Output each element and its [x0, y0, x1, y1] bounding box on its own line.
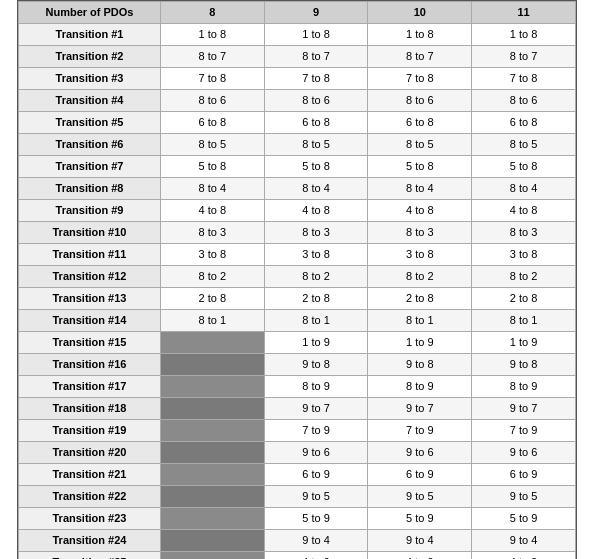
transition-label: Transition #16 [19, 354, 161, 376]
data-cell: 8 to 3 [472, 222, 576, 244]
data-cell: 9 to 7 [264, 398, 368, 420]
transition-label: Transition #14 [19, 310, 161, 332]
data-cell: 8 to 5 [472, 134, 576, 156]
transition-label: Transition #13 [19, 288, 161, 310]
data-cell: 7 to 8 [472, 68, 576, 90]
data-cell: 9 to 4 [472, 530, 576, 552]
data-cell: 1 to 8 [264, 24, 368, 46]
data-cell: 8 to 5 [264, 134, 368, 156]
data-cell: 6 to 9 [264, 464, 368, 486]
data-cell: 8 to 9 [264, 376, 368, 398]
transition-label: Transition #1 [19, 24, 161, 46]
data-cell: 8 to 7 [472, 46, 576, 68]
transition-label: Transition #11 [19, 244, 161, 266]
data-cell: 8 to 1 [160, 310, 264, 332]
transition-label: Transition #8 [19, 178, 161, 200]
data-cell: 2 to 8 [264, 288, 368, 310]
data-cell [160, 354, 264, 376]
data-cell: 8 to 4 [160, 178, 264, 200]
col-header-label: Number of PDOs [19, 2, 161, 24]
transition-label: Transition #6 [19, 134, 161, 156]
data-cell: 3 to 8 [160, 244, 264, 266]
data-cell: 8 to 7 [160, 46, 264, 68]
data-cell: 6 to 9 [472, 464, 576, 486]
data-cell [160, 486, 264, 508]
data-cell: 4 to 9 [472, 552, 576, 560]
data-cell: 9 to 7 [368, 398, 472, 420]
data-cell: 3 to 8 [472, 244, 576, 266]
data-cell: 1 to 9 [472, 332, 576, 354]
data-cell [160, 530, 264, 552]
data-cell: 8 to 5 [160, 134, 264, 156]
data-cell: 6 to 8 [472, 112, 576, 134]
data-cell: 1 to 9 [264, 332, 368, 354]
data-cell: 7 to 9 [368, 420, 472, 442]
data-cell: 5 to 9 [264, 508, 368, 530]
data-cell: 6 to 8 [368, 112, 472, 134]
data-cell: 8 to 4 [472, 178, 576, 200]
data-cell: 9 to 6 [472, 442, 576, 464]
col-header-10: 10 [368, 2, 472, 24]
transition-label: Transition #3 [19, 68, 161, 90]
data-cell [160, 508, 264, 530]
data-cell [160, 552, 264, 560]
data-cell: 8 to 3 [160, 222, 264, 244]
data-cell: 9 to 6 [264, 442, 368, 464]
data-cell: 7 to 8 [160, 68, 264, 90]
data-cell [160, 442, 264, 464]
data-cell: 9 to 5 [368, 486, 472, 508]
data-cell: 6 to 8 [264, 112, 368, 134]
data-cell: 9 to 5 [264, 486, 368, 508]
data-cell: 1 to 9 [368, 332, 472, 354]
transition-label: Transition #21 [19, 464, 161, 486]
transition-label: Transition #17 [19, 376, 161, 398]
data-cell: 1 to 8 [472, 24, 576, 46]
data-cell: 8 to 3 [264, 222, 368, 244]
data-cell [160, 464, 264, 486]
data-cell: 8 to 2 [160, 266, 264, 288]
data-cell: 4 to 9 [368, 552, 472, 560]
transition-label: Transition #22 [19, 486, 161, 508]
data-cell: 8 to 9 [472, 376, 576, 398]
data-cell: 5 to 8 [368, 156, 472, 178]
transition-label: Transition #10 [19, 222, 161, 244]
data-cell: 8 to 1 [368, 310, 472, 332]
data-cell: 8 to 6 [368, 90, 472, 112]
data-cell: 5 to 8 [472, 156, 576, 178]
data-cell: 8 to 4 [368, 178, 472, 200]
data-cell: 9 to 8 [472, 354, 576, 376]
data-cell: 8 to 6 [472, 90, 576, 112]
data-cell: 9 to 8 [368, 354, 472, 376]
transition-label: Transition #15 [19, 332, 161, 354]
data-cell [160, 376, 264, 398]
data-cell: 8 to 2 [472, 266, 576, 288]
data-cell: 7 to 9 [472, 420, 576, 442]
col-header-11: 11 [472, 2, 576, 24]
data-cell: 7 to 8 [264, 68, 368, 90]
transition-label: Transition #4 [19, 90, 161, 112]
data-cell: 8 to 2 [368, 266, 472, 288]
data-cell: 8 to 6 [264, 90, 368, 112]
col-header-8: 8 [160, 2, 264, 24]
data-cell [160, 332, 264, 354]
data-cell: 1 to 8 [160, 24, 264, 46]
data-cell [160, 420, 264, 442]
transition-label: Transition #23 [19, 508, 161, 530]
data-cell: 9 to 5 [472, 486, 576, 508]
data-cell: 2 to 8 [472, 288, 576, 310]
data-cell: 8 to 6 [160, 90, 264, 112]
data-cell: 6 to 9 [368, 464, 472, 486]
data-cell: 5 to 9 [368, 508, 472, 530]
transition-label: Transition #5 [19, 112, 161, 134]
data-cell: 3 to 8 [264, 244, 368, 266]
data-cell: 4 to 8 [472, 200, 576, 222]
data-cell: 6 to 8 [160, 112, 264, 134]
data-cell: 8 to 1 [264, 310, 368, 332]
data-cell: 8 to 2 [264, 266, 368, 288]
data-cell: 4 to 8 [160, 200, 264, 222]
data-cell [160, 398, 264, 420]
data-cell: 4 to 9 [264, 552, 368, 560]
transition-label: Transition #7 [19, 156, 161, 178]
data-cell: 2 to 8 [368, 288, 472, 310]
col-header-9: 9 [264, 2, 368, 24]
